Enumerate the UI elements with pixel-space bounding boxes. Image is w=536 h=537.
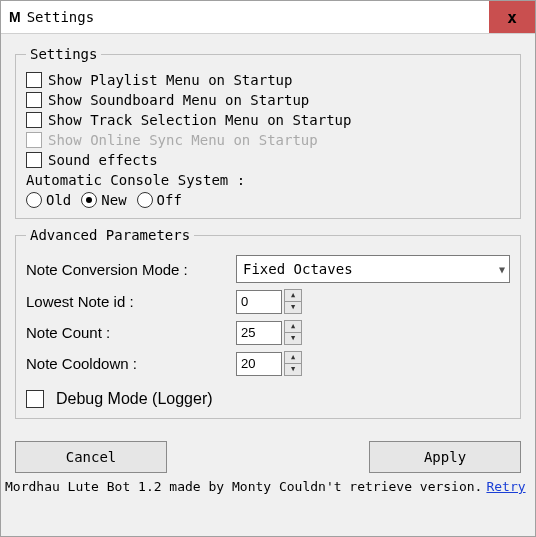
- button-row: Cancel Apply: [1, 437, 535, 479]
- spin-buttons: ▲ ▼: [284, 351, 302, 376]
- conversion-dropdown[interactable]: Fixed Octaves ▼: [236, 255, 510, 283]
- advanced-group: Advanced Parameters Note Conversion Mode…: [15, 227, 521, 419]
- radio-new[interactable]: New: [81, 192, 126, 208]
- window-title: Settings: [27, 9, 94, 25]
- note-count-stepper[interactable]: 25 ▲ ▼: [236, 320, 302, 345]
- lowest-note-label: Lowest Note id :: [26, 293, 236, 310]
- note-count-input[interactable]: 25: [236, 321, 282, 345]
- note-count-label: Note Count :: [26, 324, 236, 341]
- note-count-row: Note Count : 25 ▲ ▼: [26, 320, 510, 345]
- radio-icon[interactable]: [26, 192, 42, 208]
- close-icon: x: [507, 8, 517, 27]
- retry-link[interactable]: Retry: [486, 479, 525, 494]
- radio-label: Old: [46, 192, 71, 208]
- cancel-button[interactable]: Cancel: [15, 441, 167, 473]
- radio-off[interactable]: Off: [137, 192, 182, 208]
- checkbox-icon[interactable]: [26, 72, 42, 88]
- checkbox-icon[interactable]: [26, 112, 42, 128]
- opt-label: Show Online Sync Menu on Startup: [48, 132, 318, 148]
- spin-buttons: ▲ ▼: [284, 289, 302, 314]
- opt-soundboard[interactable]: Show Soundboard Menu on Startup: [26, 92, 510, 108]
- footer: Mordhau Lute Bot 1.2 made by Monty Could…: [1, 479, 535, 498]
- radio-old[interactable]: Old: [26, 192, 71, 208]
- radio-dot-icon: [86, 197, 92, 203]
- checkbox-icon: [26, 132, 42, 148]
- opt-label: Show Playlist Menu on Startup: [48, 72, 292, 88]
- spin-down-icon[interactable]: ▼: [284, 333, 302, 345]
- opt-label: Show Track Selection Menu on Startup: [48, 112, 351, 128]
- console-label-row: Automatic Console System :: [26, 172, 510, 188]
- console-radio-group: Old New Off: [26, 192, 510, 208]
- lowest-note-stepper[interactable]: 0 ▲ ▼: [236, 289, 302, 314]
- conversion-row: Note Conversion Mode : Fixed Octaves ▼: [26, 255, 510, 283]
- radio-icon[interactable]: [137, 192, 153, 208]
- apply-button[interactable]: Apply: [369, 441, 521, 473]
- lowest-note-input[interactable]: 0: [236, 290, 282, 314]
- spin-up-icon[interactable]: ▲: [284, 320, 302, 333]
- checkbox-icon[interactable]: [26, 152, 42, 168]
- lowest-note-row: Lowest Note id : 0 ▲ ▼: [26, 289, 510, 314]
- chevron-down-icon: ▼: [499, 264, 505, 275]
- conversion-value: Fixed Octaves: [243, 261, 353, 277]
- note-cooldown-row: Note Cooldown : 20 ▲ ▼: [26, 351, 510, 376]
- titlebar-left: M Settings: [1, 9, 94, 25]
- radio-icon[interactable]: [81, 192, 97, 208]
- titlebar: M Settings x: [1, 1, 535, 34]
- console-label: Automatic Console System :: [26, 172, 245, 188]
- opt-track-selection[interactable]: Show Track Selection Menu on Startup: [26, 112, 510, 128]
- radio-label: New: [101, 192, 126, 208]
- note-cooldown-input[interactable]: 20: [236, 352, 282, 376]
- content-area: Settings Show Playlist Menu on Startup S…: [1, 34, 535, 437]
- debug-row[interactable]: Debug Mode (Logger): [26, 390, 510, 408]
- opt-label: Sound effects: [48, 152, 158, 168]
- spin-down-icon[interactable]: ▼: [284, 364, 302, 376]
- radio-label: Off: [157, 192, 182, 208]
- note-cooldown-stepper[interactable]: 20 ▲ ▼: [236, 351, 302, 376]
- opt-online-sync: Show Online Sync Menu on Startup: [26, 132, 510, 148]
- spin-up-icon[interactable]: ▲: [284, 289, 302, 302]
- footer-text: Mordhau Lute Bot 1.2 made by Monty Could…: [5, 479, 482, 494]
- settings-group: Settings Show Playlist Menu on Startup S…: [15, 46, 521, 219]
- note-cooldown-label: Note Cooldown :: [26, 355, 236, 372]
- close-button[interactable]: x: [489, 1, 535, 33]
- opt-label: Show Soundboard Menu on Startup: [48, 92, 309, 108]
- spin-down-icon[interactable]: ▼: [284, 302, 302, 314]
- spin-buttons: ▲ ▼: [284, 320, 302, 345]
- advanced-legend: Advanced Parameters: [26, 227, 194, 243]
- settings-window: M Settings x Settings Show Playlist Menu…: [0, 0, 536, 537]
- app-icon: M: [9, 9, 21, 25]
- opt-sound-effects[interactable]: Sound effects: [26, 152, 510, 168]
- spin-up-icon[interactable]: ▲: [284, 351, 302, 364]
- checkbox-icon[interactable]: [26, 390, 44, 408]
- checkbox-icon[interactable]: [26, 92, 42, 108]
- conversion-label: Note Conversion Mode :: [26, 261, 236, 278]
- debug-label: Debug Mode (Logger): [56, 390, 213, 408]
- settings-legend: Settings: [26, 46, 101, 62]
- opt-playlist[interactable]: Show Playlist Menu on Startup: [26, 72, 510, 88]
